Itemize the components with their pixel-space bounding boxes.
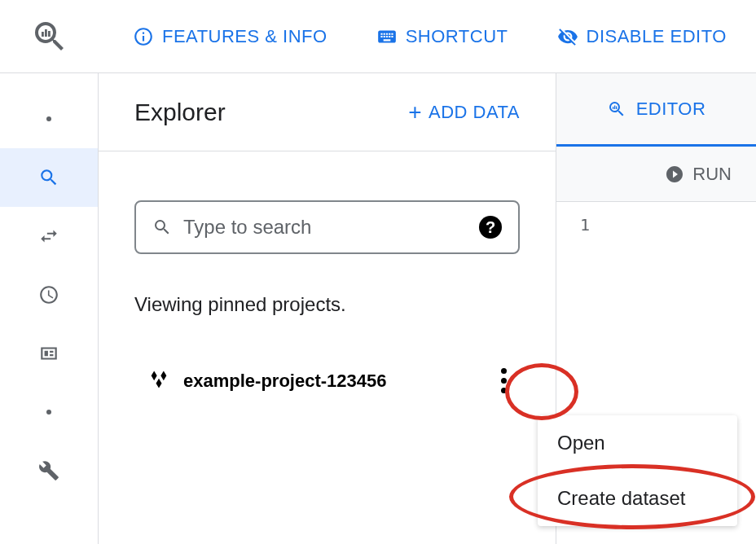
rail-item-dot-1[interactable] [0,90,98,148]
explorer-title: Explorer [134,99,226,126]
search-icon [38,167,59,188]
swap-icon [38,226,59,247]
editor-tab-label: EDITOR [636,99,706,120]
wrench-icon [38,460,59,481]
info-icon [133,26,154,47]
svg-rect-4 [614,105,615,109]
add-data-label: ADD DATA [429,102,520,123]
project-hex-icon [147,368,170,394]
rail-item-dot-2[interactable] [0,383,98,441]
rail-item-resources[interactable] [0,324,98,383]
rail-item-transfers[interactable] [0,207,98,265]
plus-icon: + [408,101,422,124]
clock-icon [38,284,59,305]
help-icon[interactable]: ? [479,216,502,239]
viewing-status: Viewing pinned projects. [99,254,556,316]
svg-rect-1 [45,29,47,37]
svg-rect-3 [613,107,613,109]
project-row[interactable]: example-project-123456 [99,316,556,400]
search-input[interactable] [183,216,468,239]
rail-item-settings[interactable] [0,441,98,500]
magnify-chart-icon [30,17,69,56]
svg-rect-5 [616,106,617,109]
disable-editor-button[interactable]: DISABLE EDITO [557,26,727,47]
add-data-button[interactable]: + ADD DATA [408,101,520,124]
keyboard-icon [376,26,398,47]
explorer-panel: Explorer + ADD DATA ? Viewing pinned pro… [99,73,556,544]
project-name: example-project-123456 [183,371,487,392]
left-nav-rail [0,73,99,544]
search-box[interactable]: ? [134,200,520,254]
panels-icon [38,343,59,364]
shortcut-button[interactable]: SHORTCUT [376,26,508,47]
visibility-off-icon [557,26,578,47]
disable-editor-label: DISABLE EDITO [587,26,727,47]
magnify-chart-icon [607,99,626,119]
rail-item-history[interactable] [0,265,98,324]
rail-item-search[interactable] [0,148,98,207]
menu-open[interactable]: Open [538,415,737,471]
svg-rect-2 [48,31,51,37]
svg-rect-0 [42,32,44,37]
features-info-button[interactable]: FEATURES & INFO [133,26,327,47]
project-context-menu: Open Create dataset [538,415,737,526]
shortcut-label: SHORTCUT [406,26,508,47]
play-icon [665,165,684,184]
editor-tab[interactable]: EDITOR [556,73,756,147]
project-actions-button[interactable] [487,362,520,400]
features-info-label: FEATURES & INFO [162,26,327,47]
menu-create-dataset[interactable]: Create dataset [538,471,737,526]
app-logo[interactable] [0,0,99,73]
run-button[interactable]: RUN [692,164,732,185]
search-icon [152,217,172,237]
